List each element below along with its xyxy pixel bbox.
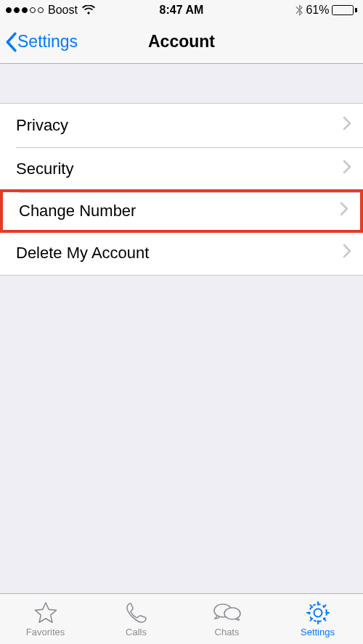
star-icon xyxy=(33,600,58,625)
section-gap xyxy=(0,64,363,103)
screen: Boost 8:47 AM 61% Settings Account xyxy=(0,0,363,644)
chevron-left-icon xyxy=(4,32,17,52)
security-row[interactable]: Security xyxy=(0,147,363,191)
back-button[interactable]: Settings xyxy=(0,32,78,52)
row-label: Privacy xyxy=(16,116,343,135)
nav-bar: Settings Account xyxy=(0,20,363,64)
tab-chats[interactable]: Chats xyxy=(182,594,272,644)
tab-calls[interactable]: Calls xyxy=(91,594,182,644)
tab-label: Settings xyxy=(301,627,335,637)
wifi-icon xyxy=(82,5,95,15)
chevron-right-icon xyxy=(340,202,348,220)
tab-bar: Favorites Calls Chats xyxy=(0,593,363,644)
chat-icon xyxy=(213,600,242,625)
chevron-right-icon xyxy=(343,116,351,135)
status-right: 61% xyxy=(240,4,357,17)
battery-icon xyxy=(332,5,357,15)
gear-icon xyxy=(306,600,330,625)
privacy-row[interactable]: Privacy xyxy=(0,104,363,147)
delete-account-row[interactable]: Delete My Account xyxy=(0,231,363,275)
signal-strength-icon xyxy=(6,7,44,13)
account-settings-group: Privacy Security Change Number Delete My… xyxy=(0,103,363,276)
tab-label: Favorites xyxy=(26,627,65,637)
svg-point-2 xyxy=(314,609,322,617)
back-label: Settings xyxy=(17,32,78,51)
row-label: Delete My Account xyxy=(16,244,343,263)
svg-point-1 xyxy=(224,608,240,619)
battery-pct-label: 61% xyxy=(306,4,329,17)
row-label: Security xyxy=(16,160,343,178)
phone-icon xyxy=(125,600,148,625)
chevron-right-icon xyxy=(343,160,351,178)
status-bar: Boost 8:47 AM 61% xyxy=(0,0,363,20)
chevron-right-icon xyxy=(343,244,351,263)
change-number-row[interactable]: Change Number xyxy=(0,189,363,233)
tab-favorites[interactable]: Favorites xyxy=(0,594,91,644)
clock-label: 8:47 AM xyxy=(123,4,240,17)
bluetooth-icon xyxy=(295,4,303,16)
tab-label: Calls xyxy=(126,627,147,637)
status-left: Boost xyxy=(6,4,123,17)
carrier-label: Boost xyxy=(48,4,78,17)
content-area: Privacy Security Change Number Delete My… xyxy=(0,64,363,593)
row-label: Change Number xyxy=(19,202,340,220)
tab-settings[interactable]: Settings xyxy=(272,594,363,644)
tab-label: Chats xyxy=(215,627,240,637)
